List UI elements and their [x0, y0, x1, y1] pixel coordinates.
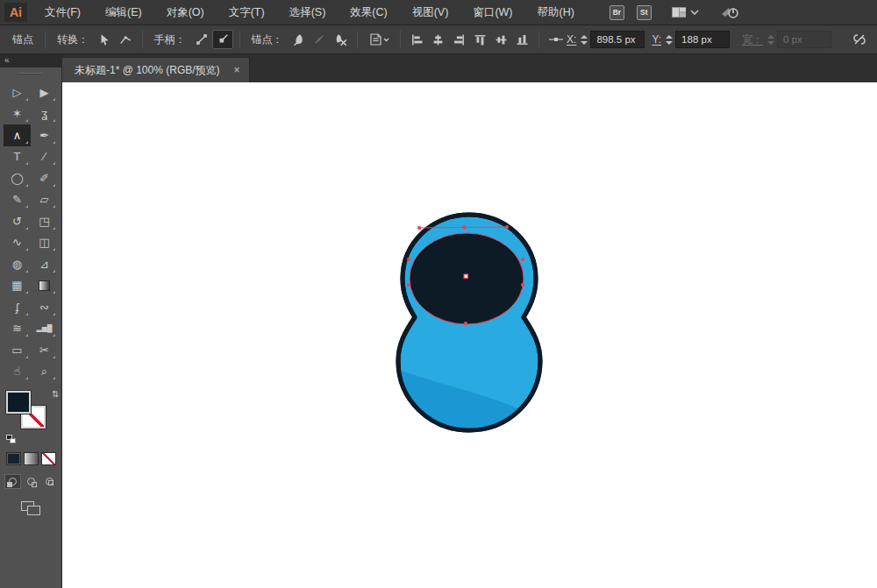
draw-normal-button[interactable]: [4, 474, 21, 489]
blend-tool[interactable]: ∾: [31, 296, 58, 318]
eyedropper-tool[interactable]: ʄ: [4, 296, 31, 318]
mesh-tool[interactable]: ▦: [4, 275, 31, 297]
swap-fill-stroke-icon[interactable]: ⇄: [50, 390, 60, 397]
menu-select[interactable]: 选择(S): [277, 0, 339, 25]
rotate-tool[interactable]: ↺: [4, 210, 31, 232]
anchor-top[interactable]: [462, 225, 466, 229]
width-tool[interactable]: ∿: [4, 232, 31, 254]
handle-end-left[interactable]: [417, 226, 421, 230]
ellipse-tool[interactable]: ◯: [4, 167, 31, 189]
separator: [142, 31, 143, 48]
align-vertical-top-button[interactable]: [470, 30, 491, 49]
constrain-proportions-button[interactable]: [849, 30, 870, 49]
dock-collapse-button[interactable]: «: [0, 54, 62, 67]
default-fill-stroke-icon[interactable]: [6, 435, 16, 443]
artboard-canvas[interactable]: [62, 82, 877, 588]
add-anchor-button[interactable]: [289, 30, 310, 49]
zoom-tool[interactable]: ⌕: [31, 361, 58, 383]
document-window: 未标题-1* @ 100% (RGB/预览) ×: [62, 54, 877, 588]
anchor-right-upper[interactable]: [521, 258, 524, 261]
isolate-object-button[interactable]: [364, 30, 394, 49]
anchor-right-lower[interactable]: [521, 283, 524, 287]
remove-anchor-button[interactable]: [309, 30, 330, 49]
x-input[interactable]: 898.5 px: [590, 31, 645, 48]
draw-inside-icon: [46, 478, 53, 485]
align-v-bottom-icon: [517, 34, 528, 46]
handle-end-right[interactable]: [505, 225, 509, 229]
reference-point-button[interactable]: [545, 30, 567, 49]
anchor-left-lower[interactable]: [407, 283, 410, 287]
hand-tool[interactable]: ☝: [4, 361, 31, 383]
direct-selection-tool[interactable]: ▶: [31, 81, 58, 103]
artboard-tool[interactable]: ▭: [4, 339, 31, 361]
panel-drag-handle[interactable]: [19, 73, 42, 74]
menu-object[interactable]: 对象(O): [154, 0, 217, 25]
bridge-button[interactable]: Br: [610, 5, 624, 20]
y-input[interactable]: 188 px: [675, 31, 730, 48]
menu-edit[interactable]: 编辑(E): [93, 0, 154, 25]
menu-type[interactable]: 文字(T): [217, 0, 277, 25]
eraser-tool[interactable]: ▱: [31, 189, 58, 211]
menu-view[interactable]: 视图(V): [400, 0, 461, 25]
y-label[interactable]: Y:: [652, 33, 661, 46]
align-horizontal-right-button[interactable]: [449, 30, 470, 49]
align-horizontal-left-button[interactable]: [407, 30, 428, 49]
column-graph-tool[interactable]: ▂▅█: [31, 318, 58, 340]
anchor-bottom[interactable]: [464, 322, 467, 325]
color-button[interactable]: [6, 452, 21, 465]
slice-tool[interactable]: ✂: [31, 339, 58, 361]
anchor-left-upper[interactable]: [407, 258, 410, 261]
pen-tool-icon: ✒: [39, 129, 49, 142]
workspace-switcher[interactable]: [671, 6, 699, 18]
menu-window[interactable]: 窗口(W): [460, 0, 524, 25]
paintbrush-tool[interactable]: ✐: [31, 167, 58, 189]
align-vertical-bottom-button[interactable]: [511, 30, 532, 49]
draw-inside-button[interactable]: [41, 474, 58, 489]
show-handles-button[interactable]: [191, 30, 212, 49]
convert-to-corner-button[interactable]: [94, 30, 115, 49]
menu-file[interactable]: 文件(F): [32, 0, 93, 25]
magic-wand-tool[interactable]: ✶: [4, 103, 31, 125]
document-tab[interactable]: 未标题-1* @ 100% (RGB/预览) ×: [62, 58, 250, 82]
menu-effect[interactable]: 效果(C): [338, 0, 399, 25]
cut-path-button[interactable]: [330, 30, 351, 49]
align-h-center-icon: [432, 34, 444, 46]
screen-mode-button[interactable]: [21, 501, 40, 515]
type-tool[interactable]: T: [4, 146, 31, 168]
align-vertical-center-button[interactable]: [490, 30, 511, 49]
width-tool-icon: ∿: [12, 236, 22, 249]
symbol-sprayer-tool[interactable]: ≋: [4, 318, 31, 340]
shape-builder-tool[interactable]: ◍: [4, 253, 31, 275]
none-button[interactable]: [41, 452, 56, 465]
fill-swatch[interactable]: [6, 391, 31, 414]
gradient-button[interactable]: [24, 452, 39, 465]
pen-tool[interactable]: ✒: [31, 124, 58, 146]
draw-behind-button[interactable]: [23, 474, 39, 489]
anchor-point-tool[interactable]: ∧: [4, 124, 31, 146]
x-stepper[interactable]: [579, 31, 588, 48]
hand-tool-icon: ☝: [14, 365, 21, 378]
align-horizontal-center-button[interactable]: [428, 30, 449, 49]
gpu-performance-button[interactable]: [720, 5, 739, 19]
convert-to-smooth-button[interactable]: [115, 30, 136, 49]
width-stepper: [766, 31, 775, 48]
document-tab-title: 未标题-1* @ 100% (RGB/预览): [75, 63, 220, 78]
pencil-tool[interactable]: ✎: [4, 189, 31, 211]
workspace-layout-icon: [671, 6, 687, 18]
lasso-tool[interactable]: ʓ: [31, 103, 58, 125]
tab-close-button[interactable]: ×: [234, 64, 240, 76]
object-center-point[interactable]: [464, 274, 468, 279]
scale-tool[interactable]: ◳: [31, 210, 58, 232]
selection-tool-icon: ▷: [13, 86, 22, 99]
y-stepper[interactable]: [664, 31, 674, 48]
selection-tool[interactable]: ▷: [4, 81, 31, 103]
free-transform-tool[interactable]: ◫: [31, 232, 58, 254]
line-segment-tool[interactable]: ∕: [31, 146, 58, 168]
gradient-tool[interactable]: [31, 275, 58, 297]
menu-help[interactable]: 帮助(H): [525, 0, 587, 25]
stock-button[interactable]: St: [637, 5, 652, 20]
perspective-grid-tool[interactable]: ⊿: [31, 253, 58, 275]
separator: [239, 31, 240, 48]
hide-handles-button[interactable]: [212, 30, 233, 49]
x-label[interactable]: X:: [567, 33, 576, 46]
